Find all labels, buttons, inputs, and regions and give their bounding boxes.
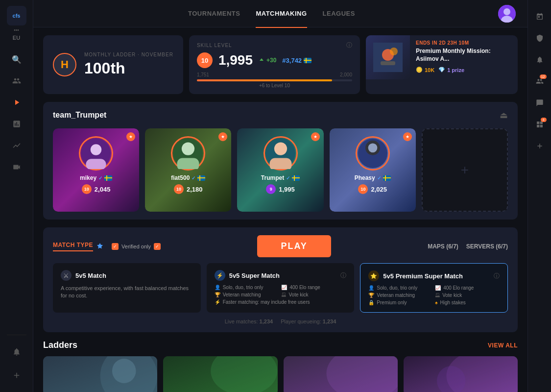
player-queueing-value: 1,234 [323, 318, 336, 324]
ladder-icon: H [53, 53, 76, 76]
player-card-trumpet[interactable]: ★ Trumpet ✓ 9 [237, 128, 323, 212]
match-info-icon[interactable]: ⓘ [340, 271, 346, 280]
nav-leagues[interactable]: LEAGUES [323, 8, 355, 19]
sidebar-item-add[interactable] [8, 367, 25, 384]
svg-point-6 [390, 48, 398, 55]
nav-tournaments[interactable]: TOURNAMENTS [188, 8, 240, 19]
svg-point-1 [503, 8, 510, 15]
right-icon-chat[interactable] [532, 95, 548, 111]
notification-badge: 12 [540, 74, 547, 79]
right-icon-shield[interactable] [532, 30, 548, 46]
sidebar-item-notifications[interactable] [8, 343, 25, 361]
skill-bar-max: 2,000 [340, 72, 352, 77]
tab-match-type[interactable]: MATCH TYPE [53, 242, 93, 251]
player-stats-mikey: 10 2,045 [53, 184, 139, 194]
player-star: ★ [311, 132, 320, 141]
feature-faster: ⚡ Faster matching: may include free user… [215, 299, 347, 305]
sidebar-right: 12 4 [527, 0, 551, 392]
verified-label: Verified only [121, 244, 151, 249]
sidebar-region: EU [13, 35, 20, 41]
match-option-super[interactable]: ⚡ 5v5 Super Match ⓘ 👤 Solo, duo, trio on… [207, 263, 355, 313]
right-icon-squad[interactable]: 4 [532, 117, 548, 132]
section-title: Ladders [43, 340, 77, 350]
match-option-premium[interactable]: ⭐ 5v5 Premium Super Match ⓘ 👤 Solo, duo,… [360, 263, 508, 313]
verified-checkbox[interactable]: ✓ [112, 243, 119, 250]
squad-badge: 4 [541, 118, 547, 122]
match-option-header: ⚡ 5v5 Super Match ⓘ [215, 270, 347, 281]
match-desc-5v5: A competitive experience, with fast bala… [61, 285, 193, 300]
mission-image [366, 35, 410, 79]
match-title-super: 5v5 Super Match [229, 272, 280, 279]
app-logo[interactable]: cfs [7, 6, 26, 25]
sidebar-item-search[interactable]: 🔍 [8, 50, 25, 68]
svg-point-25 [326, 356, 398, 392]
ladder-item-4[interactable]: Upcoming [404, 356, 518, 392]
feature-label: Vote kick [442, 293, 462, 298]
feature-label: 400 Elo range [289, 285, 320, 290]
player-name-fiat500: fiat500 ✓ [145, 174, 231, 181]
sidebar-item-play[interactable] [8, 94, 25, 111]
view-all-button[interactable]: VIEW ALL [488, 342, 518, 349]
svg-rect-5 [381, 61, 395, 65]
section-header: Ladders VIEW ALL [43, 340, 518, 350]
ladder-item-1[interactable]: Ongoing [43, 356, 157, 392]
player-card-mikey[interactable]: ★ mikey ✓ 10 [53, 128, 139, 212]
team-exit-icon[interactable]: ⏏ [500, 110, 508, 121]
feature-icon: 🏆 [215, 292, 220, 297]
flag-sweden [304, 58, 311, 63]
right-icon-team-notification[interactable]: 12 [532, 74, 548, 89]
right-icon-add-squad[interactable] [532, 138, 548, 154]
player-stats-fiat500: 10 2,180 [145, 184, 231, 194]
player-card-pheasy[interactable]: ★ Pheasy ✓ 10 [330, 128, 416, 212]
gem-icon: 💎 [438, 67, 445, 73]
skill-bar-container: 1,751 2,000 +6 to Level 10 [197, 72, 352, 88]
feature-elo: 📈 400 Elo range [435, 285, 500, 291]
right-icon-calendar[interactable] [532, 9, 548, 24]
feature-solo: 👤 Solo, duo, trio only [215, 285, 280, 290]
player-elo-mikey: 2,045 [95, 186, 111, 193]
verified-toggle[interactable]: ✓ Verified only ✓ [112, 243, 161, 250]
player-level-pheasy: 10 [358, 184, 368, 194]
skill-info-icon[interactable]: ⓘ [346, 41, 352, 49]
coin-icon: 🪙 [416, 67, 423, 73]
skill-bar-min: 1,751 [197, 72, 209, 77]
sidebar-more: ••• [14, 27, 19, 33]
sidebar-item-chart[interactable] [8, 137, 25, 154]
match-icon-premium: ⭐ [368, 270, 379, 281]
sidebar-item-stats[interactable] [8, 115, 25, 133]
sidebar-item-video[interactable] [8, 158, 25, 176]
feature-label: Faster matching: may include free users [223, 299, 310, 305]
skill-bar [197, 79, 352, 81]
match-info-icon[interactable]: ⓘ [494, 272, 500, 280]
player-card-add[interactable]: + [422, 128, 508, 212]
mission-card[interactable]: ENDS IN 2D 23H 10M Premium Monthly Missi… [366, 35, 518, 94]
svg-rect-12 [177, 158, 199, 169]
nav-matchmaking[interactable]: MATCHMAKING [256, 8, 307, 19]
feature-icon: 🔒 [368, 300, 374, 305]
player-card-fiat500[interactable]: ★ fiat500 ✓ 10 [145, 128, 231, 212]
feature-premium: 🔒 Premium only [368, 300, 433, 305]
feature-label: High stakes [440, 300, 465, 305]
feature-label: Veteran matching [223, 292, 261, 297]
match-option-5v5[interactable]: ⚔ 5v5 Match A competitive experience, wi… [53, 263, 201, 313]
ladder-item-2[interactable]: Ongoing [163, 356, 277, 392]
ladder-item-3[interactable]: Upcoming [284, 356, 398, 392]
match-options: ⚔ 5v5 Match A competitive experience, wi… [53, 263, 508, 313]
user-avatar[interactable] [498, 5, 516, 23]
match-option-header: ⚔ 5v5 Match [61, 270, 193, 281]
sidebar-item-users[interactable] [8, 72, 25, 90]
play-button[interactable]: PLAY [257, 235, 331, 257]
svg-point-21 [112, 359, 136, 383]
tab-servers[interactable]: SERVERS (6/7) [466, 243, 508, 250]
tab-maps[interactable]: MAPS (6/7) [428, 243, 458, 250]
svg-point-14 [274, 143, 287, 155]
player-avatar-trumpet [264, 136, 298, 171]
team-section: team_Trumpet ⏏ ★ mikey [43, 102, 518, 220]
right-icon-bell[interactable] [532, 52, 548, 68]
verified-badge-icon [96, 243, 104, 250]
team-name: team_Trumpet [53, 111, 106, 120]
sidebar-bottom [7, 331, 26, 386]
verified-icon: ✓ [98, 175, 102, 181]
match-title-5v5: 5v5 Match [75, 272, 106, 279]
mission-reward-coin: 🪙 10K [416, 67, 434, 73]
